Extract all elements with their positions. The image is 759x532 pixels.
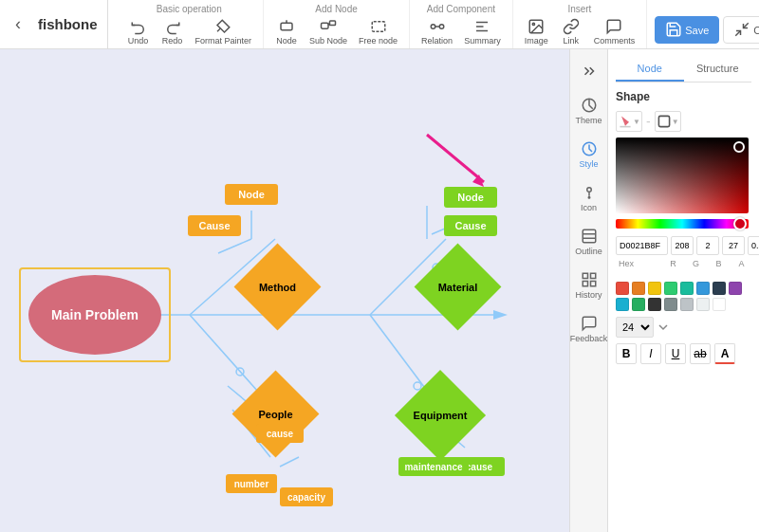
undo-button[interactable]: Undo [123,16,154,47]
equipment-label: Equipment [408,383,472,448]
main-problem-node[interactable]: Main Problem [28,275,161,355]
color-swatch[interactable] [696,298,710,311]
svg-rect-3 [330,21,336,26]
svg-line-14 [736,31,741,36]
stroke-color-btn[interactable]: ▼ [655,111,681,132]
method-node[interactable]: Method [234,244,322,331]
color-gradient[interactable] [616,138,749,213]
capacity-rect[interactable]: capacity [280,487,333,506]
g-input[interactable] [696,236,719,255]
shape-section-title: Shape [616,90,751,103]
b-input[interactable] [722,236,745,255]
comments-button[interactable]: Comments [590,16,639,47]
color-swatch[interactable] [696,282,710,295]
color-fill-row: ▼ - ▼ [616,111,751,132]
redo-button[interactable]: Redo [157,16,188,47]
color-swatch[interactable] [713,298,726,311]
image-button[interactable]: Image [521,16,552,47]
panel-icon-strip: Theme Style Icon Outline History [570,49,608,532]
node2-rect[interactable]: Node [444,187,497,208]
add-node-label: Add Node [315,4,357,14]
panel-expand-btn[interactable] [572,57,606,87]
cause2-rect[interactable]: Cause [444,215,497,236]
number-rect[interactable]: number [226,474,277,493]
svg-point-6 [431,25,435,29]
fill-color-btn[interactable]: ▼ [616,111,642,132]
strikethrough-button[interactable]: ab [690,343,711,364]
add-component-icons: Relation Summary [417,16,505,47]
add-node-icons: Node Sub Node Free node [271,16,401,47]
a-input[interactable] [748,236,759,255]
color-swatch[interactable] [680,298,694,311]
chevron-down-icon [657,321,669,333]
node-button[interactable]: Node [271,16,302,47]
save-button[interactable]: Save [655,16,719,44]
outline-icon-btn[interactable]: Outline [572,222,606,262]
maintenance-rect[interactable]: maintenance [398,457,469,476]
summary-button[interactable]: Summary [460,16,505,47]
material-node[interactable]: Material [415,244,502,331]
r-input[interactable] [671,236,694,255]
color-swatch[interactable] [664,282,677,295]
hue-bar[interactable] [616,219,749,229]
hex-label: Hex [616,259,660,278]
basic-op-icons: Undo Redo Format Painter [123,16,256,47]
color-swatch[interactable] [680,282,694,295]
insert-icons: Image Link Comments [521,16,639,47]
hex-input[interactable] [616,236,668,255]
italic-button[interactable]: I [640,343,661,364]
tab-node[interactable]: Node [616,57,684,82]
method-label: Method [247,256,308,318]
color-swatch[interactable] [616,298,629,311]
svg-point-45 [588,197,590,199]
color-swatch[interactable] [729,282,742,295]
svg-marker-23 [493,310,508,320]
right-panel: Theme Style Icon Outline History [569,49,759,532]
free-node-button[interactable]: Free node [355,16,401,47]
canvas[interactable]: Main Problem Method Material People Equi… [0,49,569,532]
cause3-rect[interactable]: cause [256,424,304,443]
node1-rect[interactable]: Node [225,184,278,205]
color-swatch[interactable] [632,298,645,311]
tab-structure[interactable]: Structure [684,57,752,82]
svg-line-37 [370,315,427,391]
font-color-button[interactable]: A [714,343,735,364]
bold-button[interactable]: B [616,343,637,364]
back-button[interactable]: ‹ [8,0,28,48]
font-size-select[interactable]: 241214161820 [616,317,654,338]
insert-label: Insert [567,4,591,14]
add-component-label: Add Component [427,4,495,14]
theme-icon-btn[interactable]: Theme [572,91,606,131]
color-swatch[interactable] [616,282,629,295]
color-swatch[interactable] [648,282,661,295]
color-swatch[interactable] [713,282,726,295]
svg-line-40 [427,135,484,182]
r-label: R [663,259,683,278]
style-icon-btn[interactable]: Style [572,135,606,174]
svg-point-33 [236,368,244,376]
cause1-rect[interactable]: Cause [188,215,241,236]
format-painter-button[interactable]: Format Painter [192,16,256,47]
color-swatch[interactable] [664,298,677,311]
basic-op-label: Basic operation [157,4,222,14]
link-button[interactable]: Link [556,16,586,47]
sub-node-button[interactable]: Sub Node [305,16,351,47]
people-node[interactable]: People [232,371,320,458]
underline-button[interactable]: U [665,343,686,364]
color-input-row [616,236,751,255]
icon-icon-btn[interactable]: Icon [572,178,606,218]
relation-button[interactable]: Relation [417,16,456,47]
equipment-node[interactable]: Equipment [395,370,486,461]
color-swatch[interactable] [632,282,645,295]
b-label: B [709,259,729,278]
g-label: G [686,259,706,278]
hue-indicator [733,217,747,230]
history-icon-btn[interactable]: History [572,266,606,305]
color-swatches [616,282,751,311]
feedback-icon-btn[interactable]: Feedback [572,309,606,349]
color-picker-area [616,138,751,229]
color-swatch[interactable] [648,298,661,311]
collapse-button[interactable]: Collapse [723,16,759,44]
svg-rect-49 [658,116,669,126]
fill-separator: - [646,114,651,129]
